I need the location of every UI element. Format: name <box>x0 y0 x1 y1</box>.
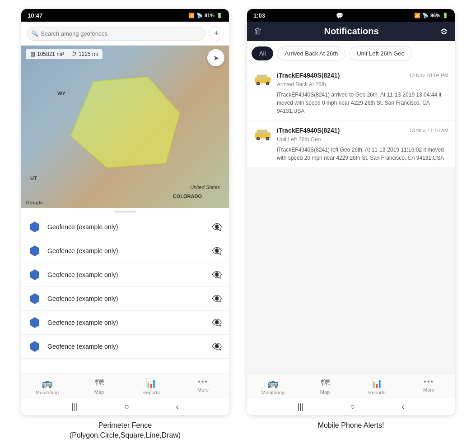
right-signal-icon: 📡 <box>422 13 429 18</box>
filter-tabs: All Arrived Back At 26th Unit Left 26th … <box>247 41 455 66</box>
filter-left[interactable]: Unit Left 26th Geo <box>349 46 412 60</box>
geofence-item[interactable]: Geofence (example only) 👁‍🗨 <box>21 335 229 359</box>
nav-monitoring[interactable]: 🚌 Monitoring <box>34 378 61 395</box>
right-screen-wrapper: 1:03 💬 📶 📡 96% 🔋 🗑 Notifications ⚙ All A… <box>247 9 455 430</box>
visibility-icon[interactable]: 👁‍🗨 <box>212 342 222 351</box>
nav-reports[interactable]: 📊 Reports <box>138 378 165 395</box>
android-back-icon[interactable]: ‹ <box>176 402 178 411</box>
notif-device-row: iTrackEF4940S(8241) 13 Nov, 11:16 AM <box>277 127 448 134</box>
notif-time: 13 Nov, 11:16 AM <box>409 128 448 133</box>
notif-device-row: iTrackEF4940S(8241) 13 Nov, 01:04 PM <box>277 72 448 79</box>
right-android-nav: ||| ○ ‹ <box>247 398 455 415</box>
left-bottom-nav: 🚌 Monitoring 🗺 Map 📊 Reports ••• More <box>21 374 229 398</box>
right-caption: Mobile Phone Alerts! <box>318 420 384 430</box>
svg-point-12 <box>257 83 259 85</box>
notif-header-row: iTrackEF4940S(8241) 13 Nov, 01:04 PM Arr… <box>253 72 448 88</box>
svg-marker-2 <box>30 245 39 256</box>
geofence-item[interactable]: Geofence (example only) 👁‍🗨 <box>21 215 229 239</box>
area-icon: ▨ <box>30 51 35 57</box>
geofence-item[interactable]: Geofence (example only) 👁‍🗨 <box>21 239 229 263</box>
settings-button[interactable]: ⚙ <box>440 27 448 37</box>
right-bottom-nav: 🚌 Monitoring 🗺 Map 📊 Reports ••• More <box>247 374 455 398</box>
car-avatar <box>253 127 272 141</box>
visibility-icon[interactable]: 👁‍🗨 <box>212 294 222 304</box>
search-icon: 🔍 <box>31 30 38 37</box>
geofence-icon <box>28 292 41 305</box>
search-input-wrapper: 🔍 <box>27 27 205 41</box>
geofence-icon <box>28 316 41 329</box>
battery-text: 81% <box>205 13 215 18</box>
right-android-menu-icon[interactable]: ||| <box>298 402 304 411</box>
left-status-bar: 10:47 📶 📡 81% 🔋 <box>21 9 229 22</box>
map-label-wy: WY <box>57 91 65 96</box>
nav-map-label: Map <box>94 389 104 395</box>
geofence-name: Geofence (example only) <box>47 319 205 326</box>
notif-body: iTrackEF4940S(8241) arrived to Geo 26th.… <box>277 91 448 115</box>
car-icon <box>253 128 272 140</box>
geofence-name: Geofence (example only) <box>47 343 205 350</box>
nav-more[interactable]: ••• More <box>190 378 217 395</box>
right-android-home-icon[interactable]: ○ <box>350 402 355 411</box>
right-android-back-icon[interactable]: ‹ <box>401 402 404 411</box>
right-status-icons: 📶 📡 96% 🔋 <box>414 13 448 18</box>
notification-list: iTrackEF4940S(8241) 13 Nov, 01:04 PM Arr… <box>247 66 455 374</box>
geofence-item[interactable]: Geofence (example only) 👁‍🗨 <box>21 263 229 287</box>
add-geofence-button[interactable]: + <box>209 26 224 41</box>
geofence-name: Geofence (example only) <box>47 271 205 278</box>
notifications-header: 🗑 Notifications ⚙ <box>247 22 455 41</box>
android-menu-icon[interactable]: ||| <box>72 402 78 411</box>
geofence-list: Geofence (example only) 👁‍🗨 Geofence (ex… <box>21 215 229 374</box>
geofence-icon <box>28 221 41 233</box>
notif-meta: iTrackEF4940S(8241) 13 Nov, 11:16 AM Uni… <box>277 127 448 143</box>
notif-header-row: iTrackEF4940S(8241) 13 Nov, 11:16 AM Uni… <box>253 127 448 143</box>
visibility-icon[interactable]: 👁‍🗨 <box>212 318 222 328</box>
svg-point-20 <box>257 138 259 140</box>
visibility-icon[interactable]: 👁‍🗨 <box>212 222 222 232</box>
right-nav-map-label: Map <box>320 389 330 395</box>
right-nav-reports-label: Reports <box>368 390 386 395</box>
left-phone: 10:47 📶 📡 81% 🔋 🔍 + <box>21 9 229 415</box>
filter-arrived[interactable]: Arrived Back At 26th <box>277 46 345 60</box>
right-nav-more-label: More <box>423 387 434 393</box>
map-area-stat: ▨ 105821 mi² <box>30 51 64 57</box>
search-input[interactable] <box>27 27 205 41</box>
right-nav-map[interactable]: 🗺 Map <box>312 378 339 395</box>
geofence-name: Geofence (example only) <box>47 295 205 302</box>
nav-reports-label: Reports <box>142 390 160 395</box>
right-nav-more[interactable]: ••• More <box>415 378 443 395</box>
notif-event-type: Unit Left 26th Geo <box>277 136 321 143</box>
visibility-icon[interactable]: 👁‍🗨 <box>212 270 222 280</box>
nav-map[interactable]: 🗺 Map <box>86 378 113 395</box>
geofence-item[interactable]: Geofence (example only) 👁‍🗨 <box>21 311 229 335</box>
notification-item[interactable]: iTrackEF4940S(8241) 13 Nov, 01:04 PM Arr… <box>247 66 455 120</box>
geofence-item[interactable]: Geofence (example only) 👁‍🗨 <box>21 287 229 311</box>
left-android-nav: ||| ○ ‹ <box>21 398 229 415</box>
svg-marker-5 <box>30 317 39 328</box>
notification-item[interactable]: iTrackEF4940S(8241) 13 Nov, 11:16 AM Uni… <box>247 121 455 167</box>
svg-marker-6 <box>30 341 39 352</box>
delete-button[interactable]: 🗑 <box>254 27 262 36</box>
notifications-title: Notifications <box>262 26 440 37</box>
visibility-icon[interactable]: 👁‍🗨 <box>212 246 222 256</box>
right-reports-icon: 📊 <box>371 378 383 388</box>
search-bar: 🔍 + <box>21 22 229 46</box>
geofence-name: Geofence (example only) <box>47 247 205 254</box>
filter-all[interactable]: All <box>252 46 273 60</box>
more-icon: ••• <box>198 378 208 386</box>
notif-time: 13 Nov, 01:04 PM <box>409 73 448 78</box>
svg-rect-17 <box>258 130 262 134</box>
map-label-colorado: COLORADO <box>173 194 202 199</box>
map-stats: ▨ 105821 mi² ⏱ 1225 mi <box>26 49 103 59</box>
svg-point-22 <box>267 138 269 140</box>
geofence-name: Geofence (example only) <box>47 223 205 231</box>
scroll-indicator <box>114 211 136 212</box>
right-nav-monitoring-label: Monitoring <box>261 390 285 395</box>
compass-button[interactable]: ➤ <box>207 49 224 66</box>
geofence-icon <box>28 340 41 353</box>
right-more-icon: ••• <box>424 378 434 386</box>
right-nav-monitoring[interactable]: 🚌 Monitoring <box>260 378 287 395</box>
nav-monitoring-label: Monitoring <box>36 390 59 395</box>
reports-icon: 📊 <box>145 378 157 388</box>
right-nav-reports[interactable]: 📊 Reports <box>364 378 391 395</box>
android-home-icon[interactable]: ○ <box>125 402 130 411</box>
